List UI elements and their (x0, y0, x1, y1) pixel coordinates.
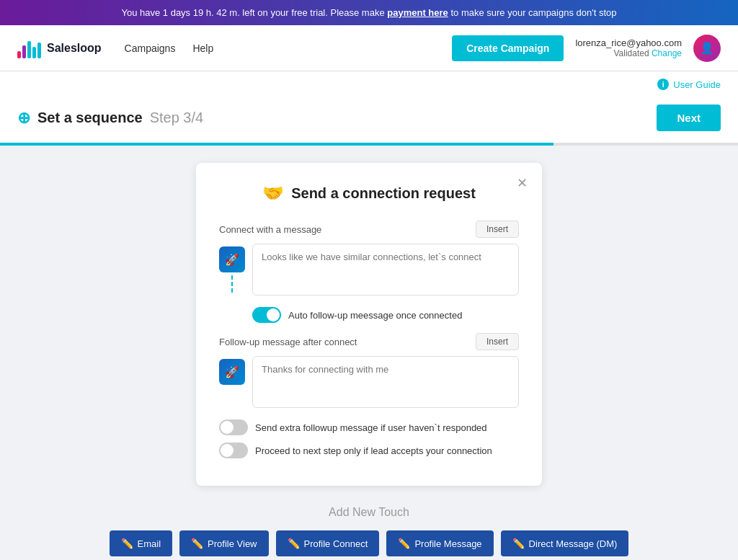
navbar: Salesloop Campaigns Help Create Campaign… (0, 25, 738, 71)
connect-textarea-wrapper: 🚀 (219, 244, 519, 295)
touch-buttons: ✏️ Email ✏️ Profile View ✏️ Profile Conn… (17, 530, 721, 556)
auto-followup-toggle-row: Auto follow-up meessage once connected (219, 307, 519, 323)
email-touch-label: Email (138, 538, 161, 549)
extra-followup-toggle-row: Send extra followup message if user have… (219, 419, 519, 435)
create-campaign-button[interactable]: Create Campaign (452, 35, 564, 61)
followup-textarea-wrapper: 🚀 (219, 356, 519, 408)
direct-message-label: Direct Message (DM) (529, 538, 618, 549)
nav-right: Create Campaign lorenza_rice@yahoo.com V… (452, 35, 721, 62)
connection-request-card: ✕ 🤝 Send a connection request Connect wi… (196, 163, 542, 486)
connect-label: Connect with a message (219, 224, 321, 235)
add-touch-section: Add New Touch ✏️ Email ✏️ Profile View ✏… (17, 506, 721, 556)
followup-label: Follow-up message after connect (219, 337, 357, 347)
proceed-label: Proceed to next step only if lead accept… (255, 445, 492, 456)
direct-message-icon: ✏️ (512, 538, 525, 549)
proceed-toggle-row: Proceed to next step only if lead accept… (219, 443, 519, 458)
step-number: Step 3/4 (150, 110, 204, 126)
extra-followup-toggle[interactable] (219, 419, 248, 435)
banner-text: You have 1 days 19 h. 42 m. left on your… (121, 7, 387, 18)
followup-message-input[interactable] (252, 356, 519, 408)
connect-label-row: Connect with a message Insert (219, 221, 519, 238)
rocket-icon-2: 🚀 (219, 359, 245, 385)
nav-help[interactable]: Help (192, 43, 213, 54)
extra-followup-label: Send extra followup message if user have… (255, 422, 487, 433)
main-content: ✕ 🤝 Send a connection request Connect wi… (0, 146, 738, 560)
profile-message-button[interactable]: ✏️ Profile Message (386, 530, 493, 556)
next-button[interactable]: Next (657, 105, 721, 131)
step-icon: ⊕ (17, 109, 30, 128)
info-icon: i (657, 79, 669, 90)
connector-col-2: 🚀 (219, 356, 245, 385)
profile-connect-icon: ✏️ (288, 538, 300, 549)
add-touch-title: Add New Touch (17, 506, 721, 519)
step-header: ⊕ Set a sequence Step 3/4 Next (0, 93, 738, 143)
trial-banner: You have 1 days 19 h. 42 m. left on your… (0, 0, 738, 25)
payment-link[interactable]: payment here (387, 7, 448, 18)
profile-message-label: Profile Message (414, 538, 481, 549)
nav-links: Campaigns Help (125, 43, 453, 54)
profile-view-button[interactable]: ✏️ Profile View (179, 530, 268, 556)
logo-icon (17, 38, 41, 58)
logo-text: Salesloop (47, 42, 102, 55)
dotted-line-1 (231, 275, 233, 293)
connector-col-1: 🚀 (219, 244, 245, 295)
card-title-text: Send a connection request (291, 185, 476, 202)
profile-connect-button[interactable]: ✏️ Profile Connect (276, 530, 380, 556)
profile-view-label: Profile View (208, 538, 257, 549)
direct-message-button[interactable]: ✏️ Direct Message (DM) (501, 530, 629, 556)
user-info: lorenza_rice@yahoo.com Validated Change (575, 37, 682, 58)
step-title-text: Set a sequence (37, 110, 143, 126)
profile-connect-label: Profile Connect (304, 538, 368, 549)
followup-label-row: Follow-up message after connect Insert (219, 333, 519, 350)
profile-view-icon: ✏️ (191, 538, 203, 549)
proceed-toggle[interactable] (219, 443, 248, 458)
email-icon: ✏️ (121, 538, 133, 549)
auto-followup-toggle[interactable] (252, 307, 281, 323)
auto-followup-label: Auto follow-up meessage once connected (288, 310, 462, 321)
banner-suffix: to make sure your campaigns don't stop (450, 7, 616, 18)
change-link[interactable]: Change (652, 48, 682, 58)
profile-message-icon: ✏️ (398, 538, 410, 549)
email-touch-button[interactable]: ✏️ Email (110, 530, 173, 556)
user-email: lorenza_rice@yahoo.com (575, 37, 682, 48)
user-guide-text: User Guide (673, 79, 721, 90)
user-status: Validated Change (575, 48, 682, 58)
connect-message-input[interactable] (252, 244, 519, 295)
nav-campaigns[interactable]: Campaigns (125, 43, 176, 54)
card-title: 🤝 Send a connection request (219, 183, 519, 203)
rocket-icon-1: 🚀 (219, 246, 245, 272)
avatar: 👤 (693, 35, 721, 62)
insert-button-1[interactable]: Insert (476, 221, 519, 238)
user-guide-bar: i User Guide (0, 71, 738, 93)
validated-text: Validated (613, 48, 649, 58)
logo-area: Salesloop (17, 38, 102, 58)
user-guide-link[interactable]: i User Guide (657, 79, 721, 90)
step-title: ⊕ Set a sequence Step 3/4 (17, 109, 203, 128)
handshake-icon: 🤝 (262, 183, 284, 203)
insert-button-2[interactable]: Insert (476, 333, 519, 350)
close-button[interactable]: ✕ (512, 173, 532, 193)
